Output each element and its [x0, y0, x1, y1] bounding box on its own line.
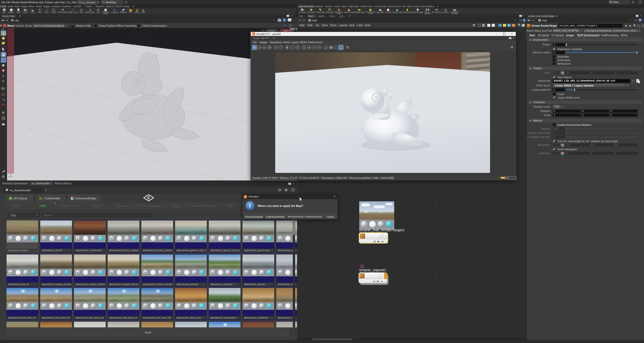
svg-text:E: E — [147, 196, 150, 200]
